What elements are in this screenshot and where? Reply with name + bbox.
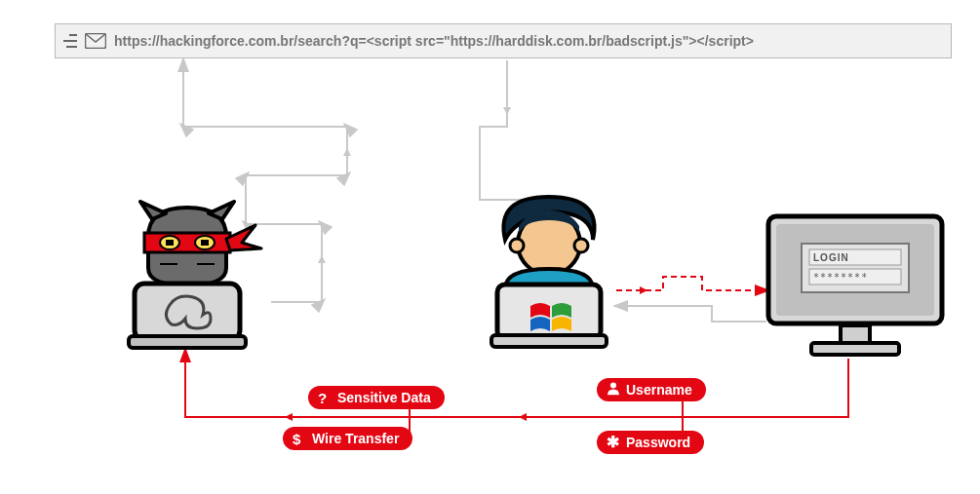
pill-sensitive-data: ? Sensitive Data xyxy=(308,386,445,409)
svg-marker-2 xyxy=(343,148,351,156)
svg-rect-24 xyxy=(811,343,899,355)
server-monitor: LOGIN ******** xyxy=(763,210,948,376)
svg-rect-14 xyxy=(135,284,240,340)
svg-marker-6 xyxy=(285,413,293,421)
svg-marker-5 xyxy=(519,413,527,421)
pill-username-label: Username xyxy=(626,382,692,398)
asterisk-icon: ✱ xyxy=(607,436,619,449)
address-bar-text: https://hackingforce.com.br/search?q=<sc… xyxy=(114,33,754,49)
path-server-to-victim xyxy=(616,306,766,322)
svg-rect-15 xyxy=(129,336,246,348)
svg-point-18 xyxy=(574,239,588,252)
pill-password: ✱ Password xyxy=(597,431,704,454)
svg-rect-7 xyxy=(144,233,230,252)
path-victim-to-server xyxy=(616,277,766,290)
login-password-mask: ******** xyxy=(813,272,868,283)
address-bar: https://hackingforce.com.br/search?q=<sc… xyxy=(55,23,952,58)
pill-wire-label: Wire Transfer xyxy=(312,431,399,446)
pill-password-label: Password xyxy=(626,435,690,450)
svg-marker-4 xyxy=(640,286,647,294)
svg-rect-11 xyxy=(201,240,209,246)
svg-point-17 xyxy=(510,239,524,252)
attacker-illustration xyxy=(109,200,265,356)
victim-illustration xyxy=(476,191,622,357)
menu-icon xyxy=(63,34,77,48)
login-title: LOGIN xyxy=(813,252,849,263)
svg-marker-1 xyxy=(318,255,326,263)
pill-wire-transfer: $ Wire Transfer xyxy=(283,427,412,450)
path-data-exfil xyxy=(185,351,848,442)
person-icon xyxy=(607,382,620,399)
mail-icon xyxy=(85,33,106,49)
pill-sensitive-label: Sensitive Data xyxy=(337,390,431,405)
svg-marker-3 xyxy=(503,107,511,115)
svg-rect-10 xyxy=(166,240,174,246)
svg-rect-20 xyxy=(491,335,607,347)
question-icon: ? xyxy=(318,390,327,406)
svg-point-28 xyxy=(610,383,616,389)
pill-username: Username xyxy=(597,378,706,401)
dollar-icon: $ xyxy=(293,431,300,447)
